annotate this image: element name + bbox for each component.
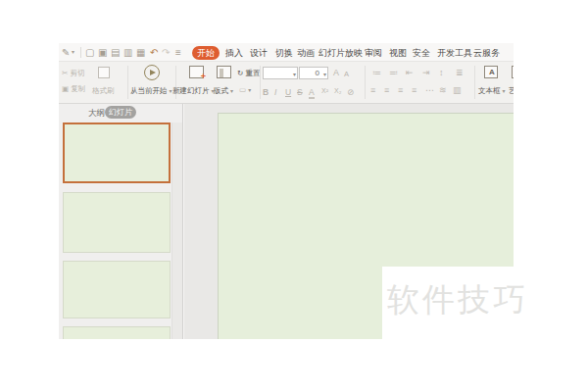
tab-slides[interactable]: 幻灯片 xyxy=(105,106,136,119)
textbox-icon: A xyxy=(484,66,498,78)
justify-button[interactable]: ≡ xyxy=(412,85,416,95)
italic-button[interactable]: I xyxy=(274,87,276,97)
tab-view[interactable]: 视图 xyxy=(389,46,407,60)
from-current-button[interactable]: 从当前开始 ▾ xyxy=(130,86,172,96)
tab-transition[interactable]: 切换 xyxy=(275,46,293,60)
tab-insert[interactable]: 插入 xyxy=(225,46,243,60)
open-icon[interactable]: ▢ xyxy=(85,45,94,60)
decrease-indent-button[interactable]: ⇤ xyxy=(406,68,414,77)
tab-cloud[interactable]: 云服务 xyxy=(473,46,500,60)
print-preview-icon[interactable]: ▦ xyxy=(136,45,145,60)
tab-animation[interactable]: 动画 xyxy=(297,46,315,60)
tab-devtools[interactable]: 开发工具 xyxy=(437,46,472,60)
strikethrough-button[interactable]: S xyxy=(297,87,303,97)
new-slide-icon: + xyxy=(189,66,204,78)
scissors-icon: ✂ xyxy=(62,69,68,77)
shrink-font-button[interactable]: A xyxy=(344,70,349,78)
underline-button[interactable]: U xyxy=(285,87,291,97)
grow-font-button[interactable]: A xyxy=(333,68,339,77)
font-size-value: 0 xyxy=(316,69,319,77)
dropdown-arrow-icon: ▾ xyxy=(230,88,233,94)
wordart-button[interactable]: 艺术字 xyxy=(509,86,514,96)
tab-outline[interactable]: 大纲 xyxy=(88,108,105,120)
separator xyxy=(127,66,128,99)
home-ribbon: ✂ 剪切 ▣ 复制 格式刷 从当前开始 ▾ + 新建幻灯片 ▾ 版式 ▾ ↻ 重… xyxy=(59,62,514,104)
distribute-button[interactable]: ⋯ xyxy=(425,85,434,95)
format-painter-button[interactable]: 格式刷 xyxy=(92,86,115,96)
title-tab-bar: ✎ ▾ ▢ ▣ ▤ ▥ ▦ ↶ ↷ ≡ 开始 插入 设计 切换 动画 幻灯片放映… xyxy=(59,43,514,62)
sidebar-scrollbar[interactable] xyxy=(172,122,182,339)
save-icon[interactable]: ▣ xyxy=(98,45,107,60)
columns-button[interactable]: ▥ xyxy=(453,85,462,95)
text-direction-button[interactable]: ↕ xyxy=(439,68,444,77)
format-painter-icon xyxy=(98,67,110,78)
separator xyxy=(365,66,366,99)
tab-security[interactable]: 安全 xyxy=(413,46,430,60)
font-size-combobox[interactable]: 0▾ xyxy=(299,67,328,79)
align-right-button[interactable]: ≡ xyxy=(398,85,403,95)
play-from-current-icon xyxy=(144,65,160,80)
reset-button[interactable]: ↻ 重置 xyxy=(237,69,260,78)
watermark-overlay: 软件技巧 xyxy=(382,267,588,392)
bold-button[interactable]: B xyxy=(263,87,269,97)
save-as-icon[interactable]: ▤ xyxy=(111,45,120,60)
tab-review[interactable]: 审阅 xyxy=(365,46,382,60)
separator xyxy=(80,47,81,58)
undo-icon[interactable]: ↶ xyxy=(150,45,158,60)
slide-thumbnail-1-selected[interactable] xyxy=(63,122,171,183)
superscript-button[interactable]: X² xyxy=(321,87,328,94)
separator xyxy=(260,66,261,99)
text-align-button[interactable]: ≋ xyxy=(439,85,447,95)
separator xyxy=(474,66,475,99)
align-left-button[interactable]: ≡ xyxy=(370,85,375,95)
slide-thumbnail-2[interactable] xyxy=(63,192,171,253)
tab-slideshow[interactable]: 幻灯片放映 xyxy=(318,46,363,60)
line-spacing-button[interactable]: ≣ xyxy=(456,68,464,77)
slide-thumbnail-3[interactable] xyxy=(63,261,171,318)
dropdown-arrow-icon: ▾ xyxy=(248,87,251,93)
clear-format-button[interactable]: ⊘ xyxy=(347,87,354,97)
subscript-button[interactable]: X₂ xyxy=(334,87,341,94)
textbox-button[interactable]: 文本框 ▾ xyxy=(478,86,506,96)
slide-panel: 大纲 幻灯片 xyxy=(59,104,183,339)
watermark-text: 软件技巧 xyxy=(387,278,528,322)
cut-button[interactable]: ✂ 剪切 xyxy=(62,69,84,78)
reset-icon: ↻ xyxy=(237,69,243,77)
slide-thumbnail-4[interactable] xyxy=(63,326,171,339)
increase-indent-button[interactable]: ⇥ xyxy=(422,68,430,77)
copy-icon: ▣ xyxy=(62,84,69,93)
align-center-button[interactable]: ≡ xyxy=(384,85,389,95)
new-slide-button[interactable]: 新建幻灯片 ▾ xyxy=(172,86,215,96)
panel-tabs: 大纲 幻灯片 xyxy=(59,104,182,122)
tool-pen-icon[interactable]: ✎ xyxy=(62,45,70,60)
layout-button[interactable]: 版式 ▾ xyxy=(214,86,233,96)
bullets-button[interactable]: ≔ xyxy=(372,68,381,77)
tab-home[interactable]: 开始 xyxy=(192,46,220,60)
copy-button[interactable]: ▣ 复制 xyxy=(62,84,85,94)
thumbnail-list xyxy=(63,122,171,339)
dropdown-arrow-icon: ▾ xyxy=(503,88,506,94)
print-icon[interactable]: ▥ xyxy=(123,45,132,60)
layout-icon xyxy=(217,66,231,78)
wordart-icon xyxy=(512,66,514,78)
tab-design[interactable]: 设计 xyxy=(250,46,268,60)
font-color-button[interactable]: A xyxy=(309,87,315,99)
chevron-down-icon[interactable]: ▾ xyxy=(72,45,74,60)
font-name-combobox[interactable]: ▾ xyxy=(263,67,298,79)
customize-toolbar-icon[interactable]: ≡ xyxy=(175,45,181,60)
screenshot: ✎ ▾ ▢ ▣ ▤ ▥ ▦ ↶ ↷ ≡ 开始 插入 设计 切换 动画 幻灯片放映… xyxy=(0,0,588,392)
section-icon: ▭ xyxy=(239,85,246,94)
section-button[interactable]: ▭ ▾ xyxy=(239,85,251,94)
numbering-button[interactable]: ≕ xyxy=(389,68,398,77)
redo-icon[interactable]: ↷ xyxy=(162,45,170,60)
